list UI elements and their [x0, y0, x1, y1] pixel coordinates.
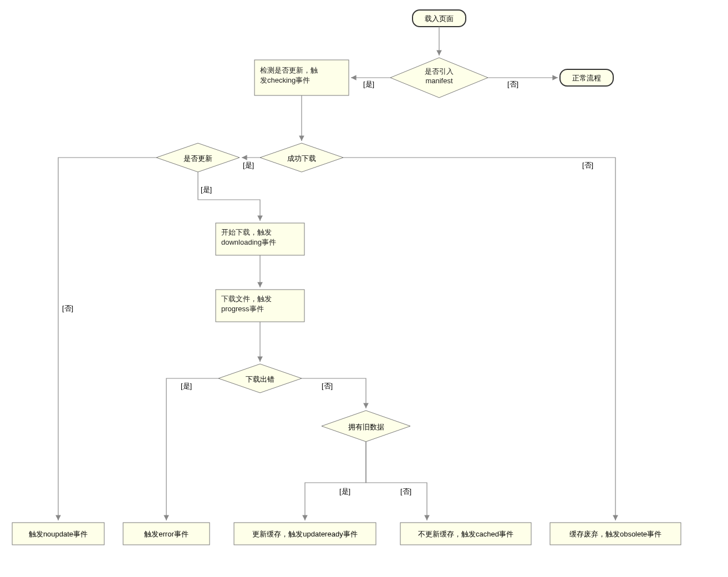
edge-updated-downloading — [198, 172, 260, 221]
svg-text:缓存废弃，触发obsolete事件: 缓存废弃，触发obsolete事件 — [569, 530, 661, 538]
edge-updated-noupdate — [58, 158, 156, 520]
flowchart: 载入页面 是否引入 manifest 正常流程 检测是否更新，触 发checki… — [0, 0, 728, 577]
node-error: 触发error事件 — [123, 523, 210, 545]
edge-dlerror-error — [166, 378, 218, 520]
node-normal: 正常流程 — [560, 69, 613, 86]
svg-text:下载出错: 下载出错 — [246, 375, 274, 383]
label-manifest-no: [否] — [507, 80, 518, 88]
svg-text:正常流程: 正常流程 — [572, 74, 601, 82]
node-manifest: 是否引入 manifest — [390, 58, 488, 98]
node-checking: 检测是否更新，触 发checking事件 — [254, 60, 349, 95]
edge-oldcache-updateready — [305, 442, 366, 520]
svg-text:拥有旧数据: 拥有旧数据 — [348, 423, 384, 431]
label-manifest-yes: [是] — [363, 80, 374, 88]
svg-text:成功下载: 成功下载 — [287, 154, 316, 163]
node-progress: 下载文件，触发 progress事件 — [216, 290, 304, 322]
svg-text:触发noupdate事件: 触发noupdate事件 — [29, 530, 88, 538]
node-dlerror: 下载出错 — [218, 364, 302, 393]
edge-success-obsolete — [343, 158, 615, 520]
svg-text:是否更新: 是否更新 — [184, 154, 212, 163]
edge-dlerror-oldcache — [302, 378, 366, 408]
node-updateready: 更新缓存，触发updateready事件 — [234, 523, 376, 545]
svg-text:不更新缓存，触发cached事件: 不更新缓存，触发cached事件 — [418, 530, 513, 538]
svg-text:载入页面: 载入页面 — [425, 14, 454, 23]
label-success-no: [否] — [582, 161, 593, 169]
label-dlerror-yes: [是] — [181, 382, 192, 390]
node-updated: 是否更新 — [156, 143, 240, 172]
node-downloading: 开始下载，触发 downloading事件 — [216, 223, 304, 255]
label-updated-no: [否] — [62, 304, 73, 312]
node-noupdate: 触发noupdate事件 — [12, 523, 104, 545]
label-oldcache-yes: [是] — [339, 487, 350, 495]
svg-text:触发error事件: 触发error事件 — [144, 530, 188, 538]
node-success: 成功下载 — [260, 143, 343, 172]
label-updated-yes: [是] — [201, 185, 212, 194]
svg-text:更新缓存，触发updateready事件: 更新缓存，触发updateready事件 — [252, 530, 357, 538]
node-start: 载入页面 — [413, 10, 466, 27]
label-dlerror-no: [否] — [322, 382, 333, 390]
node-cached: 不更新缓存，触发cached事件 — [400, 523, 531, 545]
label-success-yes: [是] — [243, 161, 254, 169]
node-obsolete: 缓存废弃，触发obsolete事件 — [550, 523, 681, 545]
label-oldcache-no: [否] — [400, 487, 411, 495]
node-oldcache: 拥有旧数据 — [322, 411, 410, 442]
edge-oldcache-cached — [366, 442, 427, 520]
